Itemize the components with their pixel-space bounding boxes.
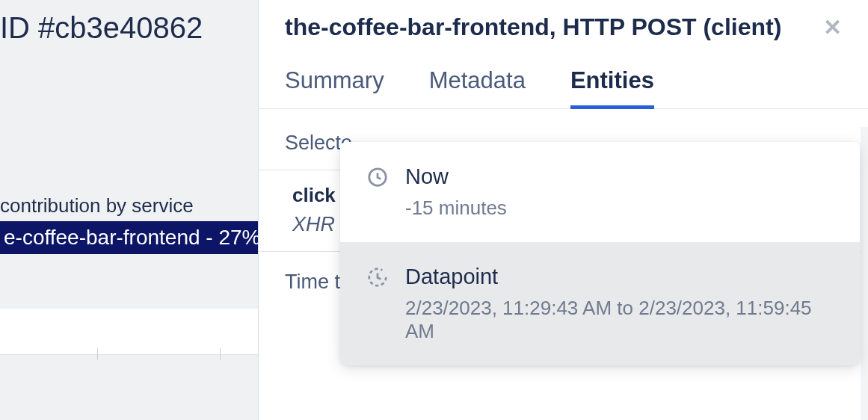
- time-option-subtitle: 2/23/2023, 11:29:43 AM to 2/23/2023, 11:…: [405, 297, 834, 343]
- time-option-subtitle: -15 minutes: [405, 197, 834, 220]
- chart-area: [0, 309, 258, 355]
- panel-title: the-coffee-bar-frontend, HTTP POST (clie…: [285, 13, 781, 41]
- chart-tick: [97, 348, 98, 360]
- time-option-title: Datapoint: [405, 265, 834, 289]
- chart-tick: [220, 348, 221, 360]
- clock-icon: [366, 166, 389, 191]
- left-panel: ID #cb3e40862 contribution by service e-…: [0, 0, 258, 420]
- time-option-now[interactable]: Now -15 minutes: [340, 142, 860, 242]
- time-picker-popup: Now -15 minutes Datapoint 2/23/2023, 11:…: [340, 142, 860, 365]
- time-option-title: Now: [405, 164, 834, 189]
- panel-header: the-coffee-bar-frontend, HTTP POST (clie…: [259, 0, 868, 41]
- time-option-text: Datapoint 2/23/2023, 11:29:43 AM to 2/23…: [405, 265, 834, 343]
- time-option-text: Now -15 minutes: [405, 164, 834, 220]
- scrollbar-track[interactable]: [861, 127, 868, 420]
- contribution-label: contribution by service: [0, 194, 258, 221]
- tab-summary[interactable]: Summary: [285, 67, 384, 109]
- clock-datapoint-icon: [366, 266, 389, 291]
- trace-id-label: ID #cb3e40862: [0, 0, 258, 45]
- tab-metadata[interactable]: Metadata: [429, 67, 526, 109]
- tab-bar: Summary Metadata Entities: [259, 41, 868, 109]
- close-icon[interactable]: ✕: [823, 14, 842, 40]
- service-contribution-bar[interactable]: e-coffee-bar-frontend - 27%: [0, 221, 258, 254]
- tab-entities[interactable]: Entities: [570, 67, 654, 109]
- time-option-datapoint[interactable]: Datapoint 2/23/2023, 11:29:43 AM to 2/23…: [340, 242, 860, 365]
